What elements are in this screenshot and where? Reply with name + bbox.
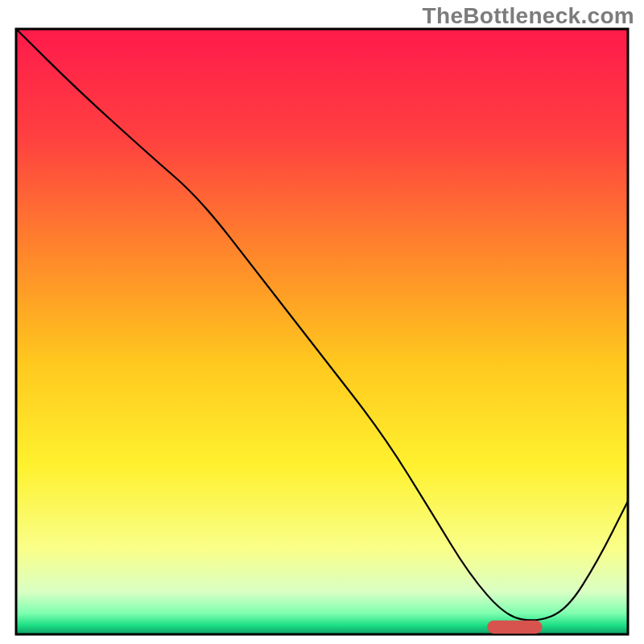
attribution-watermark: TheBottleneck.com — [423, 3, 634, 29]
bottleneck-chart: TheBottleneck.com — [0, 0, 644, 644]
chart-svg — [0, 0, 644, 644]
gradient-background — [16, 29, 628, 634]
optimum-marker — [487, 621, 542, 634]
